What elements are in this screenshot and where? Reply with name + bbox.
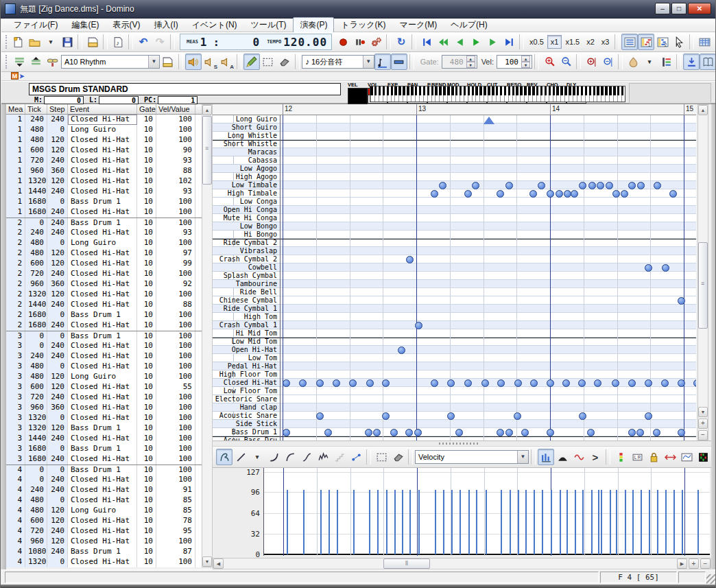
menu-item-8[interactable]: マーク(M): [393, 17, 444, 33]
note-dot[interactable]: [621, 190, 628, 198]
open-file-dropdown[interactable]: ▾: [43, 34, 59, 50]
reference-book-button[interactable]: [700, 54, 716, 70]
select-tool-button[interactable]: [671, 34, 687, 50]
note-dot[interactable]: [588, 182, 596, 189]
note-dot[interactable]: [597, 182, 604, 189]
note-dot[interactable]: [693, 379, 697, 387]
event-row[interactable]: 2480120Closed Hi-Hat1097: [6, 248, 202, 259]
piano-roll2-view-button[interactable]: 2: [654, 34, 671, 50]
menu-item-3[interactable]: 挿入(I): [147, 17, 184, 33]
menu-item-5[interactable]: ツール(T): [244, 17, 294, 33]
event-row[interactable]: 21440240Closed Hi-Hat1088: [6, 300, 202, 310]
note-dot[interactable]: [562, 379, 570, 387]
hzoom-option-x1[interactable]: x1: [547, 35, 562, 49]
note-dot[interactable]: [497, 429, 504, 436]
event-row[interactable]: 316800Bass Drum 110100: [6, 444, 202, 454]
drum-row-label[interactable]: Ride Bell: [213, 288, 280, 296]
note-dot[interactable]: [529, 190, 537, 198]
event-row[interactable]: 21320120Closed Hi-Hat10100: [6, 290, 202, 300]
event-row[interactable]: 2720240Closed Hi-Hat10100: [6, 269, 202, 279]
note-dot[interactable]: [414, 429, 422, 436]
pencil-tool-button[interactable]: [243, 54, 260, 70]
step-forward-button[interactable]: [484, 34, 501, 50]
velocity-graph[interactable]: [263, 468, 710, 556]
vel-eraser-tool-button[interactable]: [390, 449, 406, 465]
note-dot[interactable]: [464, 379, 472, 387]
note-dot[interactable]: [505, 182, 513, 189]
open-file-button[interactable]: [26, 34, 43, 50]
note-dot[interactable]: [382, 412, 390, 420]
undo-button[interactable]: ↶: [135, 34, 152, 50]
note-dot[interactable]: [645, 412, 652, 420]
note-dot[interactable]: [365, 429, 372, 436]
event-col-header-velvalue[interactable]: Vel/Value: [156, 104, 195, 114]
drum-row-label[interactable]: Splash Cymbal: [213, 272, 280, 280]
field-value-0[interactable]: 0: [44, 96, 84, 104]
event-row[interactable]: 3720240Closed Hi-Hat10100: [6, 392, 202, 403]
lr-button[interactable]: L R: [629, 449, 645, 465]
event-row[interactable]: 400Bass Drum 110100: [6, 464, 202, 475]
note-dot[interactable]: [578, 379, 586, 387]
hzoom-option-x1.5[interactable]: x1.5: [562, 35, 583, 49]
track-select-combo[interactable]: A10 Rhythm▼: [61, 55, 160, 69]
drum-row-label[interactable]: Low Bongo: [213, 222, 280, 231]
go-end-button[interactable]: [501, 34, 517, 50]
instrument-name[interactable]: MSGS Drum STANDARD: [29, 83, 341, 95]
note-dot[interactable]: [472, 182, 479, 189]
event-row[interactable]: 41080240Bass Drum 11087: [6, 547, 202, 557]
event-row[interactable]: 2240240Closed Hi-Hat1093: [6, 228, 202, 238]
note-dot[interactable]: [415, 322, 422, 329]
drum-row-label[interactable]: Side Stick: [213, 420, 280, 428]
velocity-bar[interactable]: [329, 490, 330, 554]
drum-row-label[interactable]: Chinese Cymbal: [213, 296, 280, 305]
note-dot[interactable]: [447, 379, 455, 387]
event-row[interactable]: 1600120Closed Hi-Hat1090: [6, 145, 202, 156]
hzoom-out-button[interactable]: [558, 54, 574, 70]
note-dot[interactable]: [678, 429, 685, 436]
mound-button[interactable]: [554, 449, 571, 465]
drum-row-label[interactable]: Mute Hi Conga: [213, 214, 280, 222]
note-dot[interactable]: [678, 297, 685, 305]
event-row[interactable]: 4960120Closed Hi-Hat10100: [6, 537, 202, 547]
rewind-button[interactable]: [435, 34, 451, 50]
velocity-bar[interactable]: [468, 490, 470, 554]
event-row[interactable]: 413200Closed Hi-Hat10100: [6, 557, 202, 567]
event-row[interactable]: 1240240Closed Hi-Hat10100: [6, 115, 202, 125]
velocity-bar[interactable]: [501, 490, 502, 554]
drum-row-label[interactable]: Low Agogo: [213, 165, 280, 173]
marquee-tool-button[interactable]: [260, 54, 276, 70]
velocity-bar[interactable]: [575, 490, 576, 554]
drum-row-label[interactable]: Hi Bongo: [213, 231, 280, 239]
vzoom-plus-button[interactable]: +: [698, 419, 708, 429]
drum-row-label[interactable]: Acoustic Snare: [213, 412, 280, 420]
connect-tool-button[interactable]: [348, 449, 364, 465]
drum-row-label[interactable]: Maracas: [213, 148, 280, 156]
monitor-speaker-solo-button[interactable]: S: [202, 54, 218, 70]
velocity-bar[interactable]: [486, 490, 487, 554]
track-prev-button[interactable]: [12, 54, 28, 70]
curve-up-tool-button[interactable]: [282, 449, 298, 465]
menu-item-6[interactable]: 演奏(P): [293, 17, 334, 33]
event-row[interactable]: 3960360Closed Hi-Hat10100: [6, 403, 202, 413]
event-row[interactable]: 11320120Closed Hi-Hat10102: [6, 176, 202, 187]
drum-row-label[interactable]: Bass Drum 1: [213, 428, 280, 436]
save-button[interactable]: [59, 34, 75, 50]
drum-row-label[interactable]: Ride Cymbal 2: [213, 239, 280, 247]
event-row[interactable]: 34800Closed Hi-Hat10100: [6, 362, 202, 372]
grid-colors-button[interactable]: [695, 449, 711, 465]
note-dot[interactable]: [678, 379, 685, 387]
note-dot[interactable]: [481, 379, 489, 387]
drum-row-label[interactable]: Long Whistle: [213, 132, 280, 140]
drum-row-label[interactable]: Cabassa: [213, 156, 280, 165]
velocity-bar[interactable]: [632, 490, 634, 554]
note-dot[interactable]: [547, 379, 554, 387]
event-list-view-button[interactable]: [621, 34, 638, 50]
drum-row-label[interactable]: Cowbell: [213, 263, 280, 272]
note-dot[interactable]: [636, 429, 644, 436]
velocity-bar[interactable]: [665, 490, 667, 554]
velocity-bar[interactable]: [451, 490, 453, 554]
onion-skin-dropdown[interactable]: ▾: [641, 54, 658, 70]
event-row[interactable]: 3240240Closed Hi-Hat10100: [6, 351, 202, 362]
drum-row-label[interactable]: Hi Mid Tom: [213, 329, 280, 338]
field-value-1[interactable]: 0: [99, 96, 139, 104]
